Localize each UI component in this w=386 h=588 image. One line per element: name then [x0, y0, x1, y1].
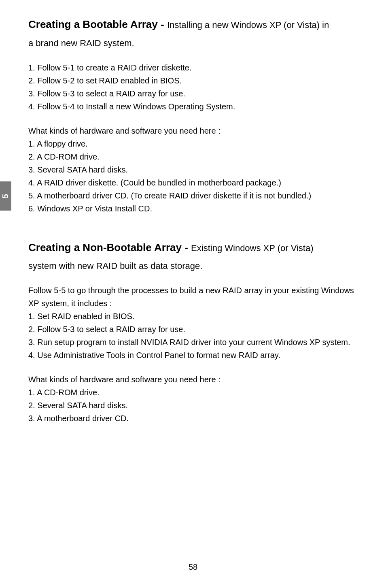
- section2-step-1: 1. Set RAID enabled in BIOS.: [28, 310, 358, 323]
- section2-step-2: 2. Follow 5-3 to select a RAID array for…: [28, 323, 358, 336]
- section1-heading-line2: a brand new RAID system.: [28, 36, 358, 50]
- chapter-tab: 5: [0, 181, 11, 211]
- section2-heading-regular: Existing Windows XP (or Vista): [191, 243, 313, 253]
- section2-intro: Follow 5-5 to go through the processes t…: [28, 284, 358, 310]
- chapter-tab-label: 5: [1, 194, 11, 198]
- section1-need-4: 4. A RAID driver diskette. (Could be bun…: [28, 176, 358, 189]
- section1-need-6: 6. Windows XP or Vista Install CD.: [28, 202, 358, 215]
- section2-heading-line2: system with new RAID built as data stora…: [28, 259, 358, 273]
- section1-heading-bold: Creating a Bootable Array -: [28, 18, 167, 30]
- section1-needs-heading: What kinds of hardware and software you …: [28, 124, 358, 137]
- page-number: 58: [0, 562, 386, 572]
- section1-need-2: 2. A CD-ROM drive.: [28, 150, 358, 163]
- section2-heading: Creating a Non-Bootable Array - Existing…: [28, 239, 358, 256]
- section1-need-5: 5. A motherboard driver CD. (To create R…: [28, 189, 358, 202]
- section1-step-4: 4. Follow 5-4 to Install a new Windows O…: [28, 100, 358, 113]
- page-content: Creating a Bootable Array - Installing a…: [0, 0, 386, 441]
- section1-need-1: 1. A floppy drive.: [28, 137, 358, 150]
- section2-step-3: 3. Run setup program to install NVIDIA R…: [28, 336, 358, 349]
- section1-heading-regular: Installing a new Windows XP (or Vista) i…: [167, 20, 329, 30]
- section2-heading-bold: Creating a Non-Bootable Array -: [28, 241, 191, 254]
- section1-step-3: 3. Follow 5-3 to select a RAID array for…: [28, 87, 358, 100]
- section2-need-1: 1. A CD-ROM drive.: [28, 386, 358, 399]
- section1-need-3: 3. Several SATA hard disks.: [28, 163, 358, 176]
- section1-step-2: 2. Follow 5-2 to set RAID enabled in BIO…: [28, 74, 358, 87]
- section2-need-2: 2. Several SATA hard disks.: [28, 399, 358, 412]
- section2-needs-heading: What kinds of hardware and software you …: [28, 373, 358, 386]
- section1-heading: Creating a Bootable Array - Installing a…: [28, 16, 358, 33]
- section2-step-4: 4. Use Administrative Tools in Control P…: [28, 349, 358, 362]
- section1-step-1: 1. Follow 5-1 to create a RAID driver di…: [28, 61, 358, 74]
- section2-need-3: 3. A motherboard driver CD.: [28, 412, 358, 425]
